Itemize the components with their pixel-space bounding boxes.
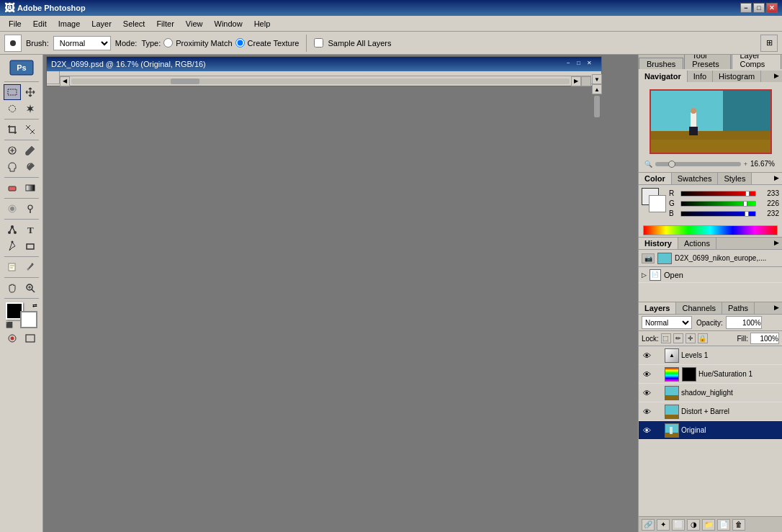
tab-styles[interactable]: Styles — [718, 173, 752, 184]
tab-tool-presets[interactable]: Tool Presets — [684, 55, 731, 69]
color-spectrum[interactable] — [643, 225, 778, 235]
path-selection-tool[interactable] — [4, 222, 21, 238]
layer-visibility-shadow[interactable]: 👁 — [642, 388, 652, 398]
zoom-out-icon[interactable]: 🔍 — [644, 161, 652, 168]
menu-image[interactable]: Image — [53, 18, 86, 30]
canvas-area[interactable]: D2X_0699.psd @ 16.7% (Original, RGB/16) … — [43, 55, 638, 532]
horizontal-scrollbar[interactable]: ◀ ▶ — [60, 76, 591, 86]
doc-maximize[interactable]: □ — [577, 60, 587, 69]
eraser-tool[interactable] — [4, 180, 21, 196]
history-menu-button[interactable]: ▶ — [771, 238, 782, 249]
blend-mode-dropdown[interactable]: Normal — [642, 316, 692, 329]
layer-visibility-hue-sat[interactable]: 👁 — [642, 369, 652, 379]
scroll-right-button[interactable]: ▶ — [571, 76, 581, 86]
delete-layer-button[interactable]: 🗑 — [732, 519, 745, 531]
brush-preview[interactable] — [4, 35, 22, 52]
scroll-left-button[interactable]: ◀ — [60, 76, 70, 86]
lock-transparent-button[interactable]: ⬚ — [661, 333, 671, 343]
eyedropper-tool[interactable] — [22, 259, 39, 275]
proximity-radio[interactable] — [163, 38, 173, 48]
green-slider[interactable] — [680, 201, 756, 207]
move-tool[interactable] — [22, 84, 39, 100]
maximize-button[interactable]: □ — [753, 3, 765, 13]
mode-dropdown[interactable]: Normal — [53, 36, 111, 50]
doc-close[interactable]: ✕ — [587, 60, 597, 69]
layer-distort-barrel[interactable]: 👁 Distort + Barrel — [639, 402, 782, 421]
layer-visibility-levels1[interactable]: 👁 — [642, 351, 652, 361]
menu-layer[interactable]: Layer — [86, 18, 117, 30]
tab-channels[interactable]: Channels — [676, 302, 722, 314]
blue-thumb[interactable] — [745, 211, 749, 217]
sample-layers-checkbox[interactable] — [314, 38, 323, 48]
green-thumb[interactable] — [743, 201, 747, 207]
add-style-button[interactable]: ✦ — [657, 519, 670, 531]
quick-mask-button[interactable] — [4, 330, 21, 346]
healing-brush-tool[interactable] — [4, 143, 21, 158]
texture-radio[interactable] — [235, 38, 245, 48]
menu-select[interactable]: Select — [117, 18, 151, 30]
color-menu-button[interactable]: ▶ — [771, 173, 782, 184]
link-layers-button[interactable]: 🔗 — [642, 519, 655, 531]
color-boxes[interactable] — [642, 188, 666, 212]
notes-tool[interactable] — [4, 259, 21, 275]
layer-levels1[interactable]: 👁 ▲ Levels 1 — [639, 346, 782, 365]
fill-input[interactable] — [750, 333, 779, 344]
hand-tool[interactable] — [4, 280, 21, 296]
blur-tool[interactable] — [4, 201, 21, 217]
new-group-button[interactable]: 📁 — [702, 519, 715, 531]
snapshot-camera-icon[interactable]: 📷 — [642, 253, 655, 263]
magic-wand-tool[interactable] — [22, 101, 39, 117]
tab-layers[interactable]: Layers — [639, 302, 676, 314]
default-colors[interactable]: ⬛ — [6, 322, 13, 328]
layers-menu-button[interactable]: ▶ — [771, 302, 782, 314]
type-tool[interactable]: T — [22, 222, 39, 238]
scroll-down-button[interactable]: ▼ — [592, 74, 602, 84]
tab-actions[interactable]: Actions — [678, 238, 716, 249]
layer-shadow-highlight[interactable]: 👁 shadow_higlight — [639, 384, 782, 402]
new-adjustment-button[interactable]: ◑ — [687, 519, 700, 531]
minimize-button[interactable]: − — [740, 3, 752, 13]
menu-view[interactable]: View — [180, 18, 209, 30]
menu-edit[interactable]: Edit — [27, 18, 53, 30]
add-mask-button[interactable]: ⬜ — [672, 519, 685, 531]
marquee-tool[interactable] — [4, 84, 21, 100]
history-open[interactable]: ▷ 📄 Open — [639, 267, 782, 283]
brush-tool[interactable] — [22, 143, 39, 158]
menu-window[interactable]: Window — [209, 18, 248, 30]
layer-original[interactable]: 👁 Original — [639, 421, 782, 440]
scroll-thumb-vertical[interactable] — [594, 96, 600, 117]
lock-position-button[interactable]: ✛ — [686, 333, 696, 343]
scroll-up-button[interactable]: ▲ — [592, 84, 602, 94]
tab-history[interactable]: History — [639, 238, 678, 249]
pen-tool[interactable] — [4, 238, 21, 254]
tab-info[interactable]: Info — [688, 71, 713, 82]
shape-tool[interactable] — [22, 238, 39, 254]
fg-bg-colors[interactable]: ⇄ ⬛ — [6, 302, 37, 328]
tab-paths[interactable]: Paths — [722, 302, 755, 314]
menu-filter[interactable]: Filter — [150, 18, 179, 30]
scroll-track-horizontal[interactable] — [71, 78, 570, 84]
tab-navigator[interactable]: Navigator — [639, 71, 688, 82]
blue-slider[interactable] — [680, 211, 756, 217]
navigator-menu-button[interactable]: ▶ — [771, 71, 782, 82]
dodge-tool[interactable] — [22, 201, 39, 217]
gradient-tool[interactable] — [22, 180, 39, 196]
tab-layer-comps[interactable]: Layer Comps — [732, 55, 781, 69]
zoom-tool[interactable] — [22, 280, 39, 296]
close-button[interactable]: ✕ — [766, 3, 778, 13]
lock-image-button[interactable]: ✏ — [673, 333, 683, 343]
new-layer-button[interactable]: 📄 — [717, 519, 730, 531]
layer-visibility-distort[interactable]: 👁 — [642, 407, 652, 417]
tab-brushes[interactable]: Brushes — [639, 58, 683, 69]
slice-tool[interactable] — [22, 122, 39, 137]
history-brush-tool[interactable] — [22, 159, 39, 175]
zoom-thumb[interactable] — [668, 161, 675, 168]
red-thumb[interactable] — [745, 191, 750, 197]
opacity-input[interactable] — [726, 316, 762, 329]
red-slider[interactable] — [680, 191, 756, 197]
background-color[interactable] — [20, 311, 37, 328]
zoom-slider[interactable] — [655, 162, 741, 166]
patch-button[interactable]: ⊞ — [760, 35, 778, 52]
menu-file[interactable]: File — [3, 18, 27, 30]
stamp-tool[interactable] — [4, 159, 21, 175]
